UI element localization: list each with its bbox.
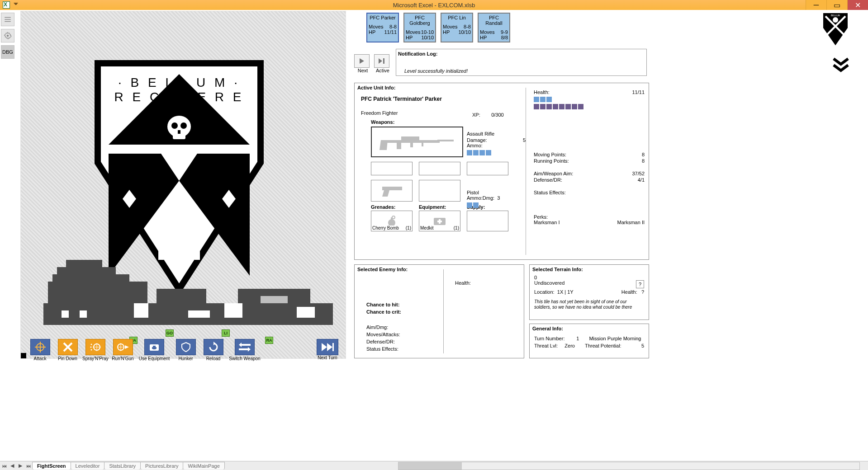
primary-weapon-slot[interactable] — [371, 127, 463, 157]
horizontal-scrollbar[interactable] — [398, 462, 860, 470]
viewport-caret-icon — [21, 353, 26, 358]
unit-marker-ra[interactable]: RA — [265, 337, 273, 344]
sheet-tab-leveleditor[interactable]: Leveleditor — [71, 462, 105, 470]
svg-rect-59 — [401, 136, 419, 140]
svg-marker-47 — [327, 343, 332, 351]
active-unit-xp: XP: 0/300 — [472, 112, 504, 118]
rifle-icon — [379, 132, 455, 152]
cmd-switch-weapon[interactable]: Switch Weapon — [228, 339, 261, 361]
svg-rect-58 — [437, 140, 454, 141]
cmd-spray[interactable]: Spray'N'Pray — [82, 339, 108, 361]
svg-rect-62 — [410, 143, 413, 147]
svg-rect-14 — [174, 139, 175, 142]
svg-marker-54 — [360, 58, 364, 64]
logo-text-1: · B E L L U M · — [118, 75, 240, 89]
svg-marker-39 — [125, 345, 129, 349]
svg-rect-2 — [5, 21, 11, 22]
tile-map[interactable]: PA GO LI RA — [43, 260, 340, 350]
svg-point-12 — [180, 122, 187, 129]
settings-button[interactable] — [1, 29, 14, 42]
cmd-pindown[interactable]: Pin Down — [55, 339, 81, 361]
equipment-slot[interactable]: Medkit(1) — [419, 211, 460, 231]
sheet-tab-statslibrary[interactable]: StatsLibrary — [104, 462, 141, 470]
sheet-nav-first[interactable]: ⏮ — [0, 462, 8, 470]
sheet-nav-last[interactable]: ⏭ — [24, 462, 33, 470]
primary-weapon-stats: Assault Rifle Damage:5 Ammo: — [467, 131, 526, 155]
svg-marker-44 — [239, 343, 251, 347]
pistol-icon — [379, 184, 404, 197]
minimize-button[interactable]: ─ — [806, 0, 826, 10]
sidearm-slot[interactable] — [371, 180, 413, 202]
supply-slot[interactable] — [467, 211, 508, 231]
general-panel: General Info: Turn Number: 1 Mission Pur… — [529, 324, 649, 358]
title-bar: Microsoft Excel - EXLCOM.xlsb ─ ▭ ✕ — [0, 0, 868, 10]
svg-point-3 — [7, 35, 9, 37]
sidearm-slot-2[interactable] — [419, 180, 460, 202]
squad-card-randall[interactable]: PFC Randall Moves9-9 HP8/8 — [478, 13, 510, 42]
svg-rect-16 — [181, 139, 183, 142]
weapon-slot-3[interactable] — [419, 162, 460, 175]
sheet-tab-fightscreen[interactable]: FightScreen — [32, 462, 71, 470]
svg-rect-13 — [178, 130, 180, 134]
sheet-tab-pictureslibrary[interactable]: PicturesLibrary — [140, 462, 183, 470]
debug-button[interactable]: DBG — [1, 45, 14, 59]
notification-log: Notification Log: Level successfully ini… — [396, 49, 647, 76]
weapon-slot-4[interactable] — [467, 162, 508, 175]
sheet-tab-wikimainpage[interactable]: WikiMainPage — [183, 462, 224, 470]
svg-marker-55 — [379, 58, 382, 64]
game-viewport[interactable]: · B E L L U M · R E C I P E R E — [20, 11, 346, 359]
sheet-nav-next[interactable]: ▶ — [16, 462, 24, 470]
svg-marker-65 — [382, 190, 389, 197]
cmd-use-equipment[interactable]: Use Equipment — [138, 339, 171, 361]
cmd-hunker[interactable]: Hunker — [173, 339, 199, 361]
active-unit-stats: Health:11/11 Moving Points:8 Running Poi… — [534, 89, 645, 226]
svg-point-35 — [90, 349, 92, 351]
menu-button[interactable] — [1, 13, 14, 26]
svg-point-68 — [392, 216, 395, 219]
svg-rect-42 — [152, 347, 157, 349]
svg-point-11 — [171, 122, 178, 129]
svg-rect-57 — [385, 140, 440, 143]
medkit-icon — [433, 216, 446, 226]
equipment-label: Equipment: — [419, 204, 460, 210]
unit-marker-li[interactable]: LI — [222, 329, 230, 337]
sheet-tab-bar: ⏮ ◀ ▶ ⏭ FightScreen Leveleditor StatsLib… — [0, 461, 868, 470]
command-bar: Attack Pin Down Spray'N'Pray Run'N'Gun U… — [27, 339, 261, 361]
cmd-reload[interactable]: Reload — [200, 339, 226, 361]
svg-text:BELLUM: BELLUM — [831, 14, 840, 17]
qat-dropdown-icon[interactable] — [14, 3, 18, 7]
nav-active[interactable]: Active — [374, 54, 391, 73]
svg-marker-46 — [322, 343, 327, 351]
svg-point-33 — [90, 344, 92, 345]
grenades-label: Grenades: — [371, 204, 413, 210]
terrain-help-button[interactable]: ? — [636, 280, 644, 288]
nav-next[interactable]: Next — [354, 54, 371, 73]
squad-card-parker[interactable]: PFC Parker Moves8-8 HP11/11 — [366, 13, 399, 42]
window-title: Microsoft Excel - EXLCOM.xlsb — [393, 2, 475, 9]
restore-button[interactable]: ▭ — [826, 0, 847, 10]
svg-rect-56 — [383, 58, 384, 64]
unit-marker-go[interactable]: GO — [166, 329, 174, 337]
svg-rect-63 — [422, 142, 423, 146]
health-bar — [534, 97, 645, 102]
svg-rect-10 — [173, 133, 185, 139]
terrain-panel: Selected Terrain Info: 0 Undiscovered? L… — [529, 264, 649, 320]
svg-rect-1 — [5, 19, 11, 20]
notification-header: Notification Log: — [398, 51, 645, 56]
svg-marker-61 — [379, 140, 388, 150]
primary-ammo-bar — [467, 150, 526, 155]
cmd-attack[interactable]: Attack — [27, 339, 53, 361]
squad-card-goldberg[interactable]: PFC Goldberg Moves10-10 HP10/10 — [403, 13, 436, 42]
svg-rect-15 — [177, 139, 179, 142]
weapon-slot-2[interactable] — [371, 162, 413, 175]
close-button[interactable]: ✕ — [847, 0, 868, 10]
enemy-panel: Selected Enemy Info: Chance to hit: Chan… — [354, 264, 524, 358]
sheet-nav-prev[interactable]: ◀ — [8, 462, 16, 470]
faction-badge-icon: BELLUM — [821, 11, 850, 48]
grenade-slot[interactable]: Cherry Bomb(1) — [371, 211, 413, 231]
svg-rect-71 — [437, 221, 442, 222]
squad-card-lin[interactable]: PFC Lin Moves8-8 HP10/10 — [441, 13, 473, 42]
cmd-next-turn[interactable]: Next Turn — [317, 339, 338, 360]
logo-text-2: R E C I P E R E — [114, 90, 244, 104]
cmd-rungun[interactable]: Run'N'Gun — [110, 339, 136, 361]
